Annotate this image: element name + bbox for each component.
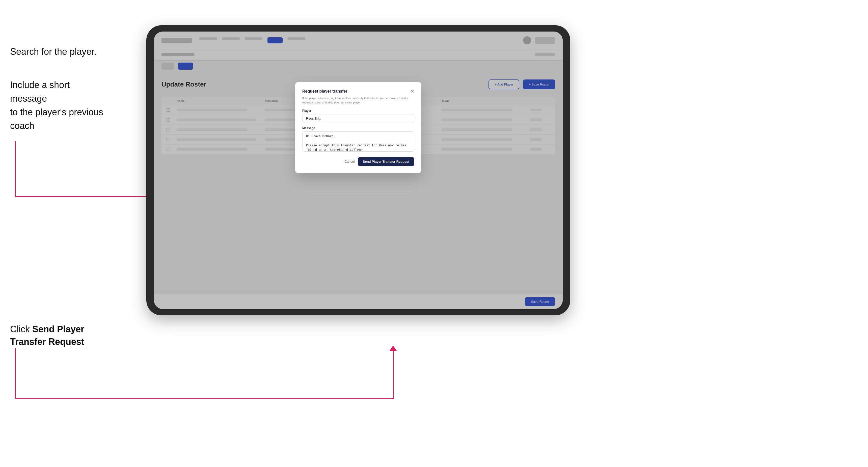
annotation-top-text: Search for the player. — [10, 46, 96, 57]
player-search-input[interactable] — [302, 114, 414, 123]
annotation-area: Search for the player. Include a short m… — [0, 0, 151, 467]
arrow-head-up — [390, 346, 397, 351]
modal-footer: Cancel Send Player Transfer Request — [302, 157, 414, 166]
player-field-label: Player — [302, 109, 414, 113]
arrow-line-vertical-bottom-start — [15, 348, 16, 399]
annotation-bottom: Click Send PlayerTransfer Request — [10, 323, 84, 348]
cancel-button[interactable]: Cancel — [344, 160, 354, 163]
message-field-label: Message — [302, 126, 414, 130]
annotation-middle-text: Include a short messageto the player's p… — [10, 80, 103, 131]
tablet-device: Update Roster + Add Player + Save Roster… — [146, 25, 570, 315]
send-transfer-request-button[interactable]: Send Player Transfer Request — [358, 157, 414, 166]
arrow-line-horizontal-bottom — [15, 398, 394, 399]
modal-close-button[interactable]: ✕ — [410, 89, 414, 94]
modal-overlay: Request player transfer ✕ If the player … — [154, 32, 563, 309]
annotation-middle: Include a short messageto the player's p… — [10, 78, 106, 133]
modal-description: If the player is transferring from anoth… — [302, 96, 414, 104]
annotation-bottom-prefix: Click — [10, 324, 32, 334]
arrow-line-vertical-top — [15, 141, 16, 197]
modal-header: Request player transfer ✕ — [302, 89, 414, 94]
arrow-line-vertical-bottom-end — [393, 351, 394, 399]
message-textarea[interactable]: Hi Coach McHarg, Please accept this tran… — [302, 131, 414, 152]
modal-title: Request player transfer — [302, 89, 347, 94]
request-transfer-modal: Request player transfer ✕ If the player … — [295, 82, 422, 173]
annotation-top: Search for the player. — [10, 45, 96, 58]
tablet-screen: Update Roster + Add Player + Save Roster… — [154, 32, 563, 309]
